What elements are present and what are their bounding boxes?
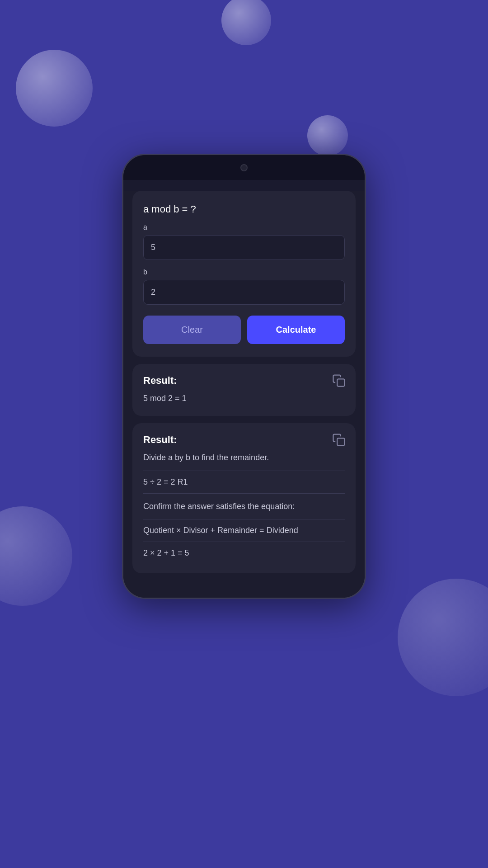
phone-shell: a mod b = ? a b Clear Calculate Result: … [122,154,366,599]
result-1-value: 5 mod 2 = 1 [143,392,345,405]
phone-screen: a mod b = ? a b Clear Calculate Result: … [123,191,365,598]
result-2-card: Result: Divide a by b to find the remain… [132,423,356,574]
bg-bubble-1 [16,50,93,127]
result-2-equation: Quotient × Divisor + Remainder = Dividen… [143,526,345,535]
copy-icon-2[interactable] [332,433,346,447]
calculator-card: a mod b = ? a b Clear Calculate [132,191,356,357]
divider-1 [143,471,345,471]
result-2-confirm: Confirm the answer satisfies the equatio… [143,500,345,513]
result-1-card: Result: 5 mod 2 = 1 [132,364,356,416]
field-b-label: b [143,268,345,276]
bg-bubble-5 [398,579,488,696]
result-2-label: Result: [143,434,345,446]
result-2-step1: 5 ÷ 2 = 2 R1 [143,477,345,487]
phone-wrapper: a mod b = ? a b Clear Calculate Result: … [122,154,366,599]
divider-3 [143,519,345,519]
field-a-input[interactable] [143,235,345,260]
result-2-verification: 2 × 2 + 1 = 5 [143,548,345,558]
front-camera [240,164,248,171]
copy-icon-1[interactable] [332,374,346,387]
svg-rect-1 [337,438,344,445]
field-b-input[interactable] [143,280,345,305]
divider-4 [143,542,345,542]
volume-button [122,236,123,255]
calculate-button[interactable]: Calculate [247,316,345,344]
field-a-label: a [143,223,345,231]
button-row: Clear Calculate [143,316,345,344]
bg-bubble-3 [307,115,348,156]
svg-rect-0 [337,379,344,386]
calc-title: a mod b = ? [143,203,345,215]
phone-top-bar [123,155,365,180]
divider-2 [143,493,345,494]
result-1-label: Result: [143,375,345,387]
bg-bubble-4 [0,506,72,606]
result-2-description: Divide a by b to find the remainder. [143,451,345,464]
clear-button[interactable]: Clear [143,316,241,344]
bg-bubble-2 [221,0,271,45]
power-button [365,245,366,273]
